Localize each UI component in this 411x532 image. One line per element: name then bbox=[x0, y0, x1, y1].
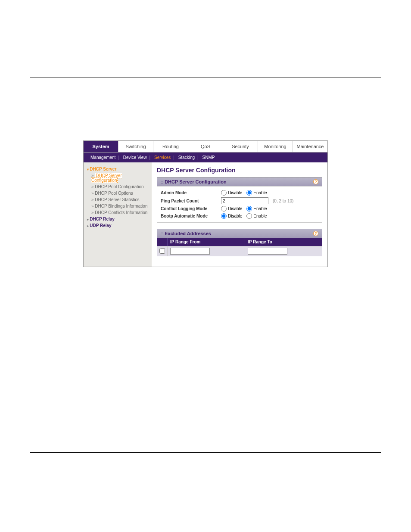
tab-qos[interactable]: QoS bbox=[188, 141, 223, 152]
label-admin-mode: Admin Mode bbox=[161, 190, 221, 195]
radio-conflict-enable[interactable] bbox=[246, 206, 252, 212]
row-checkbox[interactable] bbox=[159, 248, 165, 254]
panel-dhcp-server-configuration: DHCP Server Configuration ? Admin Mode D… bbox=[157, 177, 322, 223]
subtab-services[interactable]: Services bbox=[152, 155, 173, 160]
sidebar: DHCP Server DHCP Server Configuration DH… bbox=[84, 162, 152, 267]
help-icon[interactable]: ? bbox=[313, 179, 318, 184]
row-admin-mode: Admin Mode Disable Enable bbox=[161, 189, 318, 196]
subtab-management[interactable]: Management bbox=[88, 155, 118, 160]
radio-label: Disable bbox=[228, 206, 242, 211]
subtab-stacking[interactable]: Stacking bbox=[176, 155, 197, 160]
sidebar-item-label: DHCP Pool Options bbox=[95, 191, 133, 196]
tab-maintenance[interactable]: Maintenance bbox=[293, 141, 327, 152]
radio-bootp-enable[interactable] bbox=[246, 213, 252, 219]
input-ip-range-from[interactable] bbox=[170, 248, 210, 255]
panel-body: Admin Mode Disable Enable Ping Packet Co… bbox=[157, 186, 322, 223]
sidebar-group-dhcp-server[interactable]: DHCP Server bbox=[85, 166, 150, 172]
app-window: System Switching Routing QoS Security Mo… bbox=[83, 140, 328, 267]
sidebar-item-dhcp-conflicts-information[interactable]: DHCP Conflicts Information bbox=[85, 209, 150, 216]
radio-label: Disable bbox=[228, 214, 242, 218]
page-divider-top bbox=[30, 78, 381, 78]
tab-system[interactable]: System bbox=[84, 141, 118, 152]
radio-label: Enable bbox=[253, 190, 267, 195]
sidebar-group-udp-relay[interactable]: UDP Relay bbox=[85, 222, 150, 229]
hint-ping-packet-count: (0, 2 to 10) bbox=[273, 199, 293, 203]
label-conflict-logging-mode: Conflict Logging Mode bbox=[161, 206, 221, 211]
input-ip-range-to[interactable] bbox=[248, 248, 287, 255]
label-bootp-automatic-mode: Bootp Automatic Mode bbox=[161, 214, 221, 218]
main-tabs: System Switching Routing QoS Security Mo… bbox=[84, 141, 327, 152]
panel-title: Excluded Addresses bbox=[165, 231, 211, 236]
column-ip-range-to: IP Range To bbox=[245, 238, 322, 246]
sidebar-item-label: DHCP Bindings Information bbox=[95, 204, 147, 208]
row-ping-packet-count: Ping Packet Count (0, 2 to 10) bbox=[161, 196, 318, 205]
main-content: DHCP Server Configuration DHCP Server Co… bbox=[152, 162, 327, 267]
help-icon[interactable]: ? bbox=[313, 231, 318, 236]
tab-switching[interactable]: Switching bbox=[118, 141, 153, 152]
column-ip-range-from: IP Range From bbox=[167, 238, 245, 246]
subtab-device-view[interactable]: Device View bbox=[121, 155, 149, 160]
sidebar-group-dhcp-relay[interactable]: DHCP Relay bbox=[85, 216, 150, 222]
sidebar-item-label: DHCP Server Configuration bbox=[91, 173, 122, 183]
radio-conflict-disable[interactable] bbox=[221, 206, 227, 212]
column-checkbox bbox=[157, 238, 167, 246]
radio-label: Enable bbox=[253, 214, 267, 218]
radio-label: Enable bbox=[253, 206, 267, 211]
tab-security[interactable]: Security bbox=[223, 141, 258, 152]
radio-admin-mode-enable[interactable] bbox=[246, 190, 252, 196]
tab-routing[interactable]: Routing bbox=[153, 141, 188, 152]
sidebar-item-dhcp-server-configuration[interactable]: DHCP Server Configuration bbox=[85, 172, 150, 184]
tab-monitoring[interactable]: Monitoring bbox=[258, 141, 293, 152]
label-ping-packet-count: Ping Packet Count bbox=[161, 199, 221, 203]
subtab-snmp[interactable]: SNMP bbox=[200, 155, 218, 160]
panel-header: DHCP Server Configuration ? bbox=[157, 177, 322, 186]
radio-admin-mode-disable[interactable] bbox=[221, 190, 227, 196]
input-ping-packet-count[interactable] bbox=[221, 197, 268, 204]
panel-title: DHCP Server Configuration bbox=[165, 179, 226, 184]
page-title: DHCP Server Configuration bbox=[157, 167, 322, 174]
sidebar-item-dhcp-server-statistics[interactable]: DHCP Server Statistics bbox=[85, 196, 150, 203]
row-conflict-logging-mode: Conflict Logging Mode Disable Enable bbox=[161, 205, 318, 212]
sidebar-item-dhcp-pool-configuration[interactable]: DHCP Pool Configuration bbox=[85, 184, 150, 190]
panel-excluded-addresses: Excluded Addresses ? IP Range From IP Ra… bbox=[157, 229, 322, 256]
sidebar-item-label: DHCP Conflicts Information bbox=[95, 210, 147, 215]
page-divider-bottom bbox=[30, 452, 381, 453]
row-bootp-automatic-mode: Bootp Automatic Mode Disable Enable bbox=[161, 212, 318, 220]
table-header: IP Range From IP Range To bbox=[157, 238, 322, 246]
radio-label: Disable bbox=[228, 190, 242, 195]
sidebar-item-label: DHCP Server Statistics bbox=[95, 197, 139, 202]
sidebar-item-label: DHCP Pool Configuration bbox=[95, 184, 143, 189]
sidebar-item-dhcp-bindings-information[interactable]: DHCP Bindings Information bbox=[85, 203, 150, 209]
panel-header: Excluded Addresses ? bbox=[157, 229, 322, 238]
table-row bbox=[157, 246, 322, 256]
radio-bootp-disable[interactable] bbox=[221, 213, 227, 219]
sub-tabs: Management| Device View| Services| Stack… bbox=[84, 152, 327, 162]
sidebar-item-dhcp-pool-options[interactable]: DHCP Pool Options bbox=[85, 190, 150, 196]
